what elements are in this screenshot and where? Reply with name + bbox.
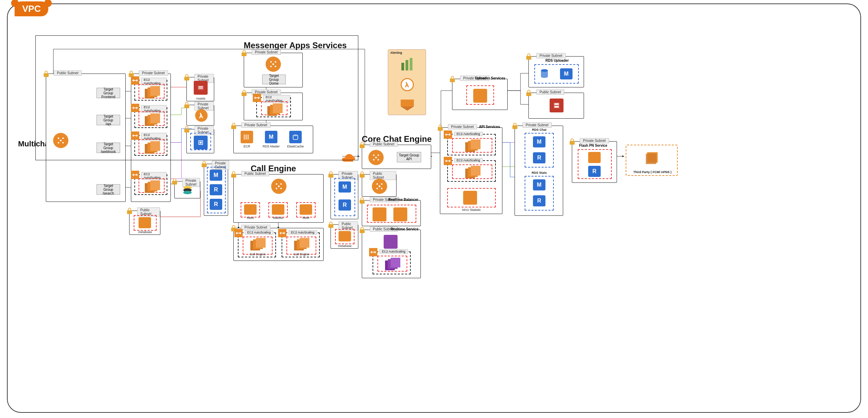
connector-lines: [8, 4, 860, 412]
autoscaling-icon: [369, 248, 377, 256]
svg-point-36: [293, 135, 298, 136]
label-metabase: metabase: [130, 230, 161, 234]
subnet-multichannel-public: Public Subnet Target GroupFrontend Targe…: [46, 74, 126, 202]
cloudwatch-icon: [400, 57, 415, 73]
asg-api-1: EC2 AutoScaling: [447, 134, 496, 155]
subnet-realtime-lb: Public Subnet: [362, 174, 397, 197]
autoscaling-icon: [131, 104, 139, 112]
asg-frontend: EC2 AutoScaling: [134, 80, 167, 101]
target-group-webhook: Target Group/webhook: [97, 143, 120, 153]
metabase-icon: [139, 217, 151, 228]
meet-service-icon: [300, 204, 312, 215]
rds-replica-icon: R: [210, 199, 222, 210]
label-elasticache: ElastiCache: [285, 145, 306, 148]
load-balancer-icon: [266, 57, 281, 72]
lambda-icon: [401, 78, 414, 91]
autoscaling-icon: [131, 76, 139, 85]
target-group-search: Target Group/search: [97, 184, 120, 195]
lock-icon: [231, 122, 237, 129]
third-party-box: Third Party ( FCM/ APNS ): [626, 145, 678, 176]
svg-rect-32: [273, 103, 283, 113]
label-meet: Meet: [296, 216, 316, 220]
lock-icon: [526, 53, 532, 60]
svg-point-39: [276, 188, 277, 189]
subnet-label: Private Subnet: [139, 70, 168, 76]
cpu-icon: [194, 136, 208, 150]
label-call-engine: Call Engine: [282, 253, 320, 256]
rds-replica-icon: R: [533, 195, 545, 206]
subnet-messenger-data: Private Subnet ECR M RDS Master ElastiCa…: [233, 126, 313, 153]
autoscaling-icon: [253, 94, 261, 102]
asg-label: EC2 AutoScaling: [454, 132, 483, 136]
svg-rect-66: [471, 166, 481, 176]
rds-master-icon: M: [560, 68, 573, 79]
service-icon: [373, 207, 386, 221]
flash-service-icon: [588, 152, 601, 163]
lock-icon: [437, 124, 443, 131]
svg-rect-7: [150, 86, 160, 96]
lock-icon: [201, 161, 207, 168]
label-ecr: ECR: [239, 145, 255, 148]
label-mau-statistic: MAU Statistic: [447, 208, 496, 212]
svg-rect-57: [379, 186, 380, 187]
label-api-services: API Services: [479, 125, 500, 129]
ec2-icon: [145, 180, 161, 194]
subnet-messenger-tg: Private Subnet Target GroupDome: [244, 53, 303, 87]
subnet-rds-chat: Private Subnet RDS Chat M R RDS Stats M …: [515, 126, 563, 216]
vpc-badge: VPC: [15, 1, 48, 16]
rds-master-icon: M: [533, 136, 545, 147]
subnet-storage: Public Subnet: [528, 93, 584, 119]
svg-point-26: [275, 61, 276, 62]
svg-rect-70: [554, 106, 559, 108]
subnet-elastic: Private Subnet: [174, 181, 200, 198]
label-third-party: Third Party ( FCM/ APNS ): [626, 170, 678, 174]
subnet-label: Public Subnet: [536, 89, 564, 95]
lock-icon: [184, 102, 190, 109]
autoscaling-icon: [131, 131, 139, 140]
ecr-icon: [241, 131, 253, 143]
subnet-label: Private Subnet: [580, 138, 609, 143]
asg-api-2: EC2 AutoScaling: [447, 160, 496, 182]
subnet-rds-uploader: Private Subnet RDS Uploader M: [528, 56, 584, 87]
autoscaling-icon: [131, 171, 139, 179]
autoscaling-icon: [278, 229, 286, 237]
load-balancer-icon: [53, 133, 68, 148]
target-group-core-api: Target GroupAPI: [397, 152, 421, 162]
svg-rect-69: [554, 103, 559, 105]
rds-master-icon: M: [533, 179, 545, 190]
subnet-label: Private Subnet: [194, 102, 214, 111]
svg-point-49: [377, 154, 379, 156]
asg-label: EC2 AutoScaling: [454, 158, 483, 162]
svg-point-3: [62, 142, 64, 143]
label-alerting: Alerting: [390, 51, 402, 54]
label-meet: Meet: [241, 216, 260, 220]
rds-replica-icon: R: [533, 152, 545, 163]
svg-rect-75: [410, 58, 412, 70]
third-party-icon: [644, 150, 660, 167]
asg-label: EC2 AutoScaling: [289, 230, 317, 234]
asg-call-engine-1: EC2 AutoScaling Call Engine: [238, 232, 276, 257]
svg-rect-16: [150, 180, 160, 190]
sns-icon: [399, 97, 415, 113]
elasticache-icon: [289, 131, 302, 143]
mau-statistic-icon: [463, 191, 477, 205]
storage-icon: [550, 99, 564, 112]
svg-point-28: [275, 66, 276, 67]
lock-icon: [126, 207, 133, 214]
lambda-icon: [195, 109, 208, 122]
lock-icon: [43, 70, 49, 77]
svg-point-53: [376, 183, 378, 185]
svg-point-25: [270, 61, 272, 62]
ec2-icon: [385, 258, 402, 272]
ec2-icon: [294, 238, 311, 252]
ec2-icon: [250, 238, 267, 252]
asg-search: EC2 AutoScaling: [134, 174, 167, 195]
label-assets: Assets: [187, 97, 215, 100]
label-rds-master: RDS Master: [261, 145, 282, 148]
subnet-rds-multichannel: Private Subnet M R R: [204, 164, 228, 216]
lock-icon: [241, 50, 247, 57]
lock-icon: [449, 76, 456, 83]
label-statistic: Statistic: [268, 216, 288, 220]
svg-point-38: [280, 183, 282, 185]
subnet-messenger-asg: Private Subnet EC2 AutoScaling: [244, 93, 303, 120]
